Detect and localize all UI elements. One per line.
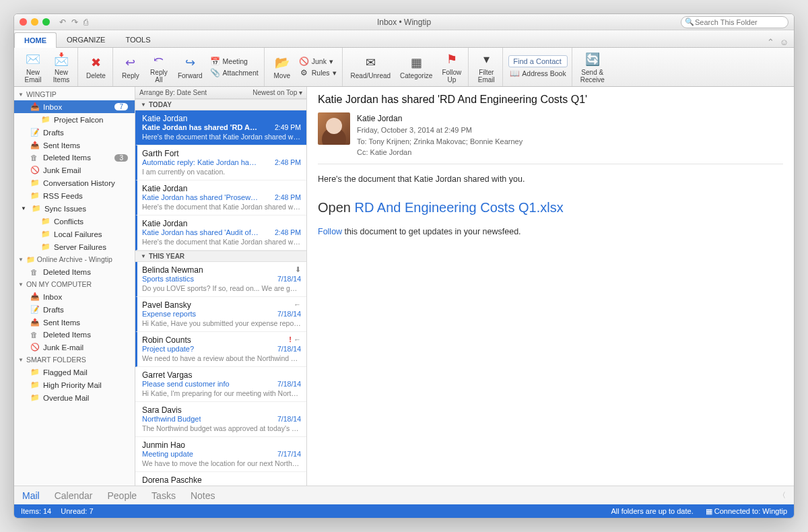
- message-time: 2:48 PM: [275, 193, 301, 201]
- message-item[interactable]: Garth FortAutomatic reply: Katie Jordan …: [135, 145, 306, 180]
- rules-button[interactable]: ⚙Rules ▾: [298, 67, 338, 78]
- smiley-feedback-icon[interactable]: ☺: [780, 37, 788, 47]
- meeting-button[interactable]: 📅Meeting: [209, 56, 260, 67]
- message-item[interactable]: Katie JordanKatie Jordan has shared 'Pro…: [135, 180, 306, 215]
- folder-icon: 📁: [41, 115, 50, 124]
- navbar-expand-icon[interactable]: 〈: [778, 490, 786, 500]
- print-icon[interactable]: ⎙: [83, 18, 88, 27]
- sidebar-section-header[interactable]: ▼ WINGTIP: [14, 88, 135, 100]
- redo-icon[interactable]: ↷: [71, 18, 78, 27]
- sidebar-item-label: Conflicts: [54, 218, 83, 226]
- message-group-header[interactable]: ▼ TODAY: [135, 99, 306, 110]
- inbox-icon: 📥: [30, 292, 39, 301]
- sidebar-item-junk-email[interactable]: 🚫Junk Email: [14, 164, 135, 176]
- minimize-window-button[interactable]: [31, 18, 38, 26]
- search-input[interactable]: [681, 16, 788, 28]
- arrange-bar[interactable]: Arrange By: Date Sent Newest on Top ▾: [135, 87, 306, 99]
- message-subject-preview: Katie Jordan has shared 'Proseware Proje…: [142, 193, 260, 201]
- trash-icon: 🗑: [30, 154, 39, 162]
- sidebar-item-high-priority-mail[interactable]: 📁High Priority Mail: [14, 378, 135, 391]
- new-email-button[interactable]: ✉️New Email: [21, 50, 45, 85]
- nav-people[interactable]: People: [108, 490, 137, 501]
- open-document-line: Open RD And Engineering Costs Q1.xlsx: [318, 197, 783, 218]
- move-button[interactable]: 📂Move: [270, 53, 294, 81]
- sidebar-item-deleted-items[interactable]: 🗑Deleted Items: [14, 266, 135, 278]
- body-line-1: Here's the document that Katie Jordan sh…: [318, 172, 783, 186]
- message-from: Belinda Newman: [142, 265, 203, 275]
- tab-home[interactable]: HOME: [14, 32, 57, 48]
- message-item[interactable]: Belinda Newman⬇Sports statistics7/18/14D…: [135, 262, 306, 297]
- folder-icon: 📁: [30, 393, 39, 402]
- sidebar-item-deleted-items[interactable]: 🗑Deleted Items: [14, 329, 135, 341]
- tab-organize[interactable]: ORGANIZE: [57, 32, 115, 47]
- new-items-button[interactable]: 📩New Items: [49, 50, 73, 85]
- delete-button[interactable]: ✖Delete: [83, 53, 108, 81]
- sidebar-item-sent-items[interactable]: 📤Sent Items: [14, 316, 135, 329]
- nav-calendar[interactable]: Calendar: [55, 490, 93, 501]
- close-window-button[interactable]: [20, 18, 27, 26]
- message-time: 7/18/14: [277, 345, 301, 353]
- folder-sidebar[interactable]: ▼ WINGTIP📥Inbox7📁Project Falcon📝Drafts📤S…: [14, 87, 135, 486]
- follow-line: Follow this document to get updates in y…: [318, 225, 783, 238]
- sidebar-item-junk-e-mail[interactable]: 🚫Junk E-mail: [14, 341, 135, 354]
- sidebar-item-sent-items[interactable]: 📤Sent Items: [14, 139, 135, 152]
- message-time: 2:48 PM: [275, 158, 301, 166]
- message-item[interactable]: Sara DavisNorthwind Budget7/18/14The Nor…: [135, 402, 306, 437]
- sidebar-section-header[interactable]: ▼ ON MY COMPUTER: [14, 278, 135, 290]
- nav-notes[interactable]: Notes: [191, 490, 215, 501]
- sidebar-item-inbox[interactable]: 📥Inbox7: [14, 100, 135, 113]
- sidebar-item-local-failures[interactable]: 📁Local Failures: [14, 228, 135, 240]
- arrange-by-label[interactable]: Arrange By: Date Sent: [139, 89, 207, 96]
- undo-icon[interactable]: ↶: [59, 18, 66, 27]
- follow-link[interactable]: Follow: [318, 227, 342, 236]
- meeting-icon: 📅: [211, 57, 220, 66]
- zoom-window-button[interactable]: [42, 18, 50, 26]
- read-unread-icon: ✉: [362, 55, 378, 71]
- collapse-ribbon-icon[interactable]: ⌃: [767, 37, 774, 47]
- sidebar-item-drafts[interactable]: 📝Drafts: [14, 126, 135, 139]
- sidebar-item-server-failures[interactable]: 📁Server Failures: [14, 240, 135, 253]
- sidebar-item-sync-issues[interactable]: ▼📁Sync Issues: [14, 202, 135, 215]
- sidebar-item-conversation-history[interactable]: 📁Conversation History: [14, 176, 135, 189]
- message-item[interactable]: Junmin HaoMeeting update7/17/14We have t…: [135, 437, 306, 472]
- sidebar-item-overdue-mail[interactable]: 📁Overdue Mail: [14, 391, 135, 404]
- sidebar-item-project-falcon[interactable]: 📁Project Falcon: [14, 113, 135, 126]
- folder-icon: 📁: [30, 191, 39, 200]
- address-book-button[interactable]: 📖Address Book: [508, 68, 567, 79]
- nav-tasks[interactable]: Tasks: [152, 490, 176, 501]
- forward-button[interactable]: ↪Forward: [175, 53, 205, 81]
- sidebar-item-flagged-mail[interactable]: 📁Flagged Mail: [14, 366, 135, 378]
- nav-mail[interactable]: Mail: [22, 490, 40, 501]
- reply-button[interactable]: ↩Reply: [119, 53, 143, 81]
- message-list[interactable]: ▼ TODAYKatie JordanKatie Jordan has shar…: [135, 99, 306, 486]
- message-item[interactable]: Garret VargasPlease send customer info7/…: [135, 367, 306, 402]
- sidebar-item-drafts[interactable]: 📝Drafts: [14, 303, 135, 316]
- message-item[interactable]: Dorena Paschke: [135, 472, 306, 486]
- document-link[interactable]: RD And Engineering Costs Q1.xlsx: [354, 200, 563, 215]
- find-contact-input[interactable]: Find a Contact: [508, 55, 567, 67]
- sidebar-item-conflicts[interactable]: 📁Conflicts: [14, 215, 135, 228]
- reply-all-icon: ⤺: [151, 51, 167, 67]
- send-receive-button[interactable]: 🔄Send & Receive: [578, 50, 607, 85]
- attachment-button[interactable]: 📎Attachment: [209, 67, 260, 78]
- sidebar-item-label: Deleted Items: [43, 154, 91, 162]
- filter-email-button[interactable]: ▾Filter Email: [474, 50, 498, 85]
- folder-icon: 📁: [41, 217, 50, 226]
- tab-tools[interactable]: TOOLS: [115, 32, 160, 47]
- message-item[interactable]: Katie JordanKatie Jordan has shared 'RD …: [135, 110, 306, 145]
- sidebar-item-rss-feeds[interactable]: 📁RSS Feeds: [14, 189, 135, 202]
- message-item[interactable]: Katie JordanKatie Jordan has shared 'Aud…: [135, 215, 306, 251]
- junk-button[interactable]: 🚫Junk ▾: [298, 56, 338, 67]
- follow-up-button[interactable]: ⚑Follow Up: [439, 50, 464, 85]
- message-group-header[interactable]: ▼ THIS YEAR: [135, 251, 306, 262]
- categorize-button[interactable]: ▦Categorize: [397, 53, 435, 81]
- sidebar-item-deleted-items[interactable]: 🗑Deleted Items3: [14, 152, 135, 164]
- sort-order-label[interactable]: Newest on Top ▾: [252, 89, 302, 96]
- sidebar-section-header[interactable]: ▼ SMART FOLDERS: [14, 354, 135, 366]
- message-item[interactable]: Pavel Bansky←Expense reports7/18/14Hi Ka…: [135, 297, 306, 332]
- sidebar-item-inbox[interactable]: 📥Inbox: [14, 290, 135, 303]
- sidebar-section-header[interactable]: ▼ 📁 Online Archive - Wingtip: [14, 253, 135, 266]
- reply-all-button[interactable]: ⤺Reply All: [147, 50, 171, 85]
- message-item[interactable]: Robin Counts! ←Project update?7/18/14We …: [135, 332, 306, 367]
- read-unread-button[interactable]: ✉Read/Unread: [348, 53, 393, 81]
